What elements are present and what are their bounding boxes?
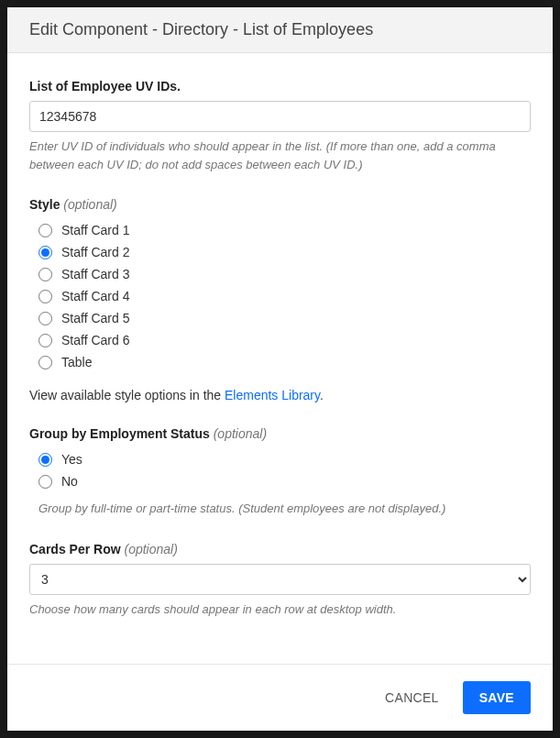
style-radio-group: Staff Card 1 Staff Card 2 Staff Card 3 S…	[29, 219, 531, 373]
group-radio-label: No	[61, 474, 78, 489]
group-radio-no[interactable]	[38, 475, 52, 489]
style-label-text: Style	[29, 197, 60, 212]
cards-label-text: Cards Per Row	[29, 542, 121, 556]
cards-label: Cards Per Row (optional)	[29, 542, 531, 556]
style-hint-prefix: View available style options in the	[29, 388, 225, 402]
style-option-staff-card-2[interactable]: Staff Card 2	[29, 241, 531, 263]
style-label: Style (optional)	[29, 197, 531, 212]
group-option-yes[interactable]: Yes	[29, 448, 531, 470]
style-radio-label: Staff Card 6	[61, 333, 129, 347]
style-radio-label: Staff Card 1	[61, 223, 129, 237]
group-radio-yes[interactable]	[38, 453, 52, 467]
style-radio-7[interactable]	[38, 356, 52, 369]
style-radio-label: Staff Card 5	[61, 311, 129, 325]
uvid-input[interactable]	[29, 101, 531, 132]
uvid-label: List of Employee UV IDs.	[29, 79, 531, 94]
style-hint: View available style options in the Elem…	[29, 388, 531, 402]
modal-title: Edit Component - Directory - List of Emp…	[29, 20, 531, 39]
elements-library-link[interactable]: Elements Library	[225, 388, 320, 402]
style-hint-suffix: .	[320, 388, 324, 402]
style-option-table[interactable]: Table	[29, 351, 531, 373]
style-radio-label: Table	[61, 355, 92, 369]
style-radio-2[interactable]	[38, 246, 52, 259]
edit-component-modal: Edit Component - Directory - List of Emp…	[7, 7, 553, 731]
style-optional: (optional)	[63, 197, 116, 212]
cards-field-group: Cards Per Row (optional) 3 Choose how ma…	[29, 542, 531, 619]
save-button[interactable]: SAVE	[463, 681, 531, 714]
group-help-text: Group by full-time or part-time status. …	[38, 500, 531, 518]
uvid-help-text: Enter UV ID of individuals who should ap…	[29, 138, 531, 173]
cancel-button[interactable]: CANCEL	[374, 682, 450, 713]
style-option-staff-card-6[interactable]: Staff Card 6	[29, 329, 531, 351]
group-label: Group by Employment Status (optional)	[29, 426, 531, 441]
style-radio-label: Staff Card 4	[61, 289, 129, 303]
group-radio-label: Yes	[61, 452, 82, 467]
modal-header: Edit Component - Directory - List of Emp…	[7, 7, 553, 53]
group-field-group: Group by Employment Status (optional) Ye…	[29, 426, 531, 518]
style-field-group: Style (optional) Staff Card 1 Staff Card…	[29, 197, 531, 402]
style-radio-1[interactable]	[38, 224, 52, 237]
style-radio-5[interactable]	[38, 312, 52, 325]
group-option-no[interactable]: No	[29, 470, 531, 492]
style-option-staff-card-3[interactable]: Staff Card 3	[29, 263, 531, 285]
modal-body: List of Employee UV IDs. Enter UV ID of …	[7, 53, 553, 664]
style-option-staff-card-1[interactable]: Staff Card 1	[29, 219, 531, 241]
style-radio-label: Staff Card 2	[61, 245, 129, 259]
style-radio-3[interactable]	[38, 268, 52, 281]
uvid-field-group: List of Employee UV IDs. Enter UV ID of …	[29, 79, 531, 173]
style-radio-4[interactable]	[38, 290, 52, 303]
cards-optional: (optional)	[124, 542, 177, 556]
cards-help-text: Choose how many cards should appear in e…	[29, 600, 531, 619]
style-option-staff-card-4[interactable]: Staff Card 4	[29, 285, 531, 307]
group-radio-group: Yes No	[29, 448, 531, 492]
style-radio-label: Staff Card 3	[61, 267, 129, 281]
style-radio-6[interactable]	[38, 334, 52, 347]
modal-footer: CANCEL SAVE	[7, 664, 553, 731]
group-optional: (optional)	[214, 426, 267, 441]
group-label-text: Group by Employment Status	[29, 426, 210, 441]
cards-per-row-select[interactable]: 3	[29, 564, 531, 595]
style-option-staff-card-5[interactable]: Staff Card 5	[29, 307, 531, 329]
